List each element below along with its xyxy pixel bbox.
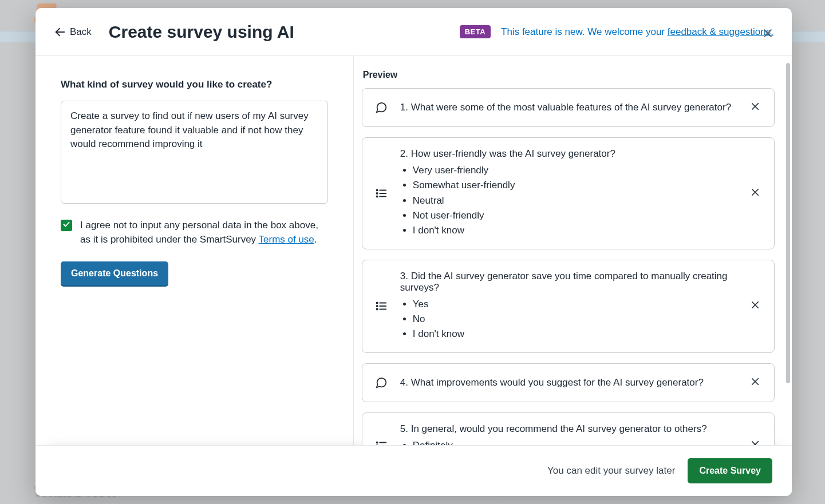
feedback-text: This feature is new. We welcome your fee… <box>501 26 773 38</box>
question-content: 3. Did the AI survey generator save you … <box>400 271 736 342</box>
close-icon <box>750 379 760 388</box>
remove-question-button[interactable] <box>748 99 763 116</box>
question-option: Neutral <box>413 193 736 208</box>
remove-question-button[interactable] <box>748 185 763 202</box>
svg-point-8 <box>376 189 377 191</box>
svg-point-16 <box>376 303 377 304</box>
check-icon <box>62 220 70 231</box>
list-icon <box>374 187 389 200</box>
modal-body: What kind of survey would you like to cr… <box>35 56 792 445</box>
create-survey-button[interactable]: Create Survey <box>688 458 772 483</box>
preview-panel: Preview 1. What were some of the most va… <box>353 56 792 445</box>
svg-point-17 <box>376 305 377 307</box>
svg-point-18 <box>376 309 377 310</box>
create-survey-ai-modal: Back Create survey using AI BETA This fe… <box>35 8 792 496</box>
question-options: YesNoI don't know <box>413 297 736 342</box>
question-card[interactable]: 4. What improvements would you suggest f… <box>362 363 775 402</box>
question-title: 4. What improvements would you suggest f… <box>400 377 736 388</box>
question-card[interactable]: 2. How user-friendly was the AI survey g… <box>362 137 775 249</box>
svg-point-26 <box>376 442 377 443</box>
question-title: 3. Did the AI survey generator save you … <box>400 271 736 293</box>
question-card[interactable]: 3. Did the AI survey generator save you … <box>362 260 775 353</box>
questions-list: 1. What were some of the most valuable f… <box>362 88 775 445</box>
question-option: No <box>413 312 736 327</box>
preview-title: Preview <box>363 70 775 80</box>
close-icon <box>750 104 760 113</box>
close-icon <box>762 31 773 41</box>
agree-text-2: . <box>314 234 317 245</box>
question-title: 5. In general, would you recommend the A… <box>400 423 736 435</box>
question-options: DefinitelyProbably <box>413 438 736 445</box>
footer-note: You can edit your survey later <box>547 465 675 477</box>
question-option: Definitely <box>413 438 736 445</box>
close-button[interactable] <box>760 25 776 43</box>
terms-of-use-link[interactable]: Terms of use <box>259 234 314 245</box>
comment-icon <box>374 101 389 114</box>
svg-point-9 <box>376 193 377 194</box>
question-content: 5. In general, would you recommend the A… <box>400 423 736 445</box>
comment-icon <box>374 376 389 389</box>
beta-badge: BETA <box>460 25 491 38</box>
back-label: Back <box>70 26 92 38</box>
question-card[interactable]: 5. In general, would you recommend the A… <box>362 412 775 445</box>
modal-header: Back Create survey using AI BETA This fe… <box>35 8 792 56</box>
agree-checkbox[interactable] <box>61 220 72 231</box>
prompt-label: What kind of survey would you like to cr… <box>61 79 328 90</box>
close-icon <box>750 302 760 312</box>
modal-footer: You can edit your survey later Create Su… <box>35 445 792 496</box>
feedback-intro: This feature is new. We welcome your <box>501 26 668 37</box>
question-title: 2. How user-friendly was the AI survey g… <box>400 148 736 160</box>
agree-text: I agree not to input any personal data i… <box>80 219 328 247</box>
question-content: 1. What were some of the most valuable f… <box>400 102 736 113</box>
agree-row: I agree not to input any personal data i… <box>61 219 328 247</box>
close-icon <box>750 189 760 199</box>
question-card[interactable]: 1. What were some of the most valuable f… <box>362 88 775 127</box>
question-option: Yes <box>413 297 736 312</box>
question-option: Very user-friendly <box>413 163 736 178</box>
close-icon <box>750 442 760 445</box>
question-options: Very user-friendlySomewhat user-friendly… <box>413 163 736 239</box>
feedback-link[interactable]: feedback & suggestions. <box>668 26 773 37</box>
question-option: Somewhat user-friendly <box>413 178 736 193</box>
prompt-input[interactable] <box>61 101 328 204</box>
scrollbar[interactable] <box>786 63 790 383</box>
generate-questions-button[interactable]: Generate Questions <box>61 261 168 285</box>
arrow-left-icon <box>54 26 66 38</box>
question-content: 4. What improvements would you suggest f… <box>400 377 736 388</box>
question-option: I don't know <box>413 223 736 238</box>
left-panel: What kind of survey would you like to cr… <box>35 56 353 445</box>
list-icon <box>374 439 389 445</box>
question-content: 2. How user-friendly was the AI survey g… <box>400 148 736 239</box>
svg-point-10 <box>376 196 377 197</box>
list-icon <box>374 300 389 312</box>
question-option: I don't know <box>413 327 736 342</box>
header-right: BETA This feature is new. We welcome you… <box>460 25 773 38</box>
back-button[interactable]: Back <box>54 26 92 38</box>
remove-question-button[interactable] <box>748 297 763 315</box>
remove-question-button[interactable] <box>748 437 763 445</box>
question-title: 1. What were some of the most valuable f… <box>400 102 736 113</box>
page-title: Create survey using AI <box>109 22 294 42</box>
remove-question-button[interactable] <box>748 374 763 391</box>
question-option: Not user-friendly <box>413 208 736 223</box>
